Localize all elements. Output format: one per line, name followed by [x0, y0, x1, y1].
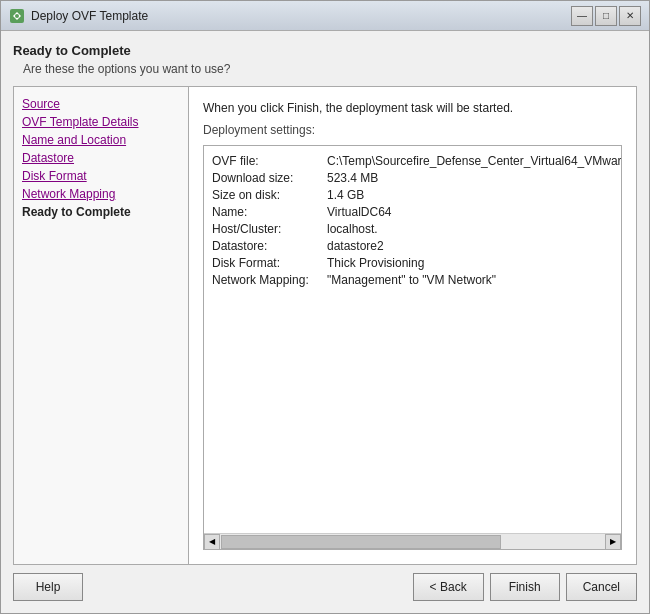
- title-bar-left: Deploy OVF Template: [9, 8, 148, 24]
- window-title: Deploy OVF Template: [31, 9, 148, 23]
- scroll-left-arrow[interactable]: ◀: [204, 534, 220, 550]
- close-button[interactable]: ✕: [619, 6, 641, 26]
- scroll-thumb[interactable]: [221, 535, 501, 549]
- page-subtitle: Are these the options you want to use?: [23, 62, 637, 76]
- deployment-value: 1.4 GB: [327, 188, 364, 202]
- deployment-value: VirtualDC64: [327, 205, 391, 219]
- deployment-value: C:\Temp\Sourcefire_Defense_Center_Virtua…: [327, 154, 622, 168]
- deployment-label: Network Mapping:: [212, 273, 327, 287]
- minimize-button[interactable]: —: [571, 6, 593, 26]
- scroll-track[interactable]: [220, 534, 605, 550]
- svg-point-1: [15, 14, 19, 18]
- maximize-button[interactable]: □: [595, 6, 617, 26]
- page-title: Ready to Complete: [13, 43, 637, 58]
- deployment-label: Download size:: [212, 171, 327, 185]
- main-window: Deploy OVF Template — □ ✕ Ready to Compl…: [0, 0, 650, 614]
- sidebar: Source OVF Template Details Name and Loc…: [14, 87, 189, 564]
- deployment-label: Datastore:: [212, 239, 327, 253]
- deployment-label: Host/Cluster:: [212, 222, 327, 236]
- deployment-label: Disk Format:: [212, 256, 327, 270]
- deployment-value: localhost.: [327, 222, 378, 236]
- table-row: Disk Format:Thick Provisioning: [212, 256, 613, 270]
- table-row: OVF file:C:\Temp\Sourcefire_Defense_Cent…: [212, 154, 613, 168]
- table-row: Size on disk:1.4 GB: [212, 188, 613, 202]
- title-bar-controls: — □ ✕: [571, 6, 641, 26]
- content-area: Ready to Complete Are these the options …: [1, 31, 649, 613]
- deployment-value: datastore2: [327, 239, 384, 253]
- deployment-value: "Management" to "VM Network": [327, 273, 496, 287]
- deployment-label: OVF file:: [212, 154, 327, 168]
- intro-text: When you click Finish, the deployment ta…: [203, 101, 622, 115]
- main-content: When you click Finish, the deployment ta…: [189, 87, 636, 564]
- scroll-right-arrow[interactable]: ▶: [605, 534, 621, 550]
- app-icon: [9, 8, 25, 24]
- cancel-button[interactable]: Cancel: [566, 573, 637, 601]
- deployment-table: OVF file:C:\Temp\Sourcefire_Defense_Cent…: [204, 146, 621, 298]
- footer-left: Help: [13, 573, 83, 601]
- sidebar-item-ready-to-complete: Ready to Complete: [22, 205, 180, 219]
- table-row: Name:VirtualDC64: [212, 205, 613, 219]
- deployment-label: Name:: [212, 205, 327, 219]
- back-button[interactable]: < Back: [413, 573, 484, 601]
- footer: Help < Back Finish Cancel: [13, 565, 637, 601]
- help-button[interactable]: Help: [13, 573, 83, 601]
- footer-right: < Back Finish Cancel: [413, 573, 637, 601]
- sidebar-item-datastore[interactable]: Datastore: [22, 151, 180, 165]
- deployment-label: Size on disk:: [212, 188, 327, 202]
- table-row: Network Mapping:"Management" to "VM Netw…: [212, 273, 613, 287]
- header-section: Ready to Complete Are these the options …: [13, 43, 637, 76]
- deployment-settings-box: OVF file:C:\Temp\Sourcefire_Defense_Cent…: [203, 145, 622, 550]
- table-row: Host/Cluster:localhost.: [212, 222, 613, 236]
- finish-button[interactable]: Finish: [490, 573, 560, 601]
- sidebar-item-source[interactable]: Source: [22, 97, 180, 111]
- deployment-value: 523.4 MB: [327, 171, 378, 185]
- sidebar-item-disk-format[interactable]: Disk Format: [22, 169, 180, 183]
- table-row: Datastore:datastore2: [212, 239, 613, 253]
- deployment-title: Deployment settings:: [203, 123, 622, 137]
- title-bar: Deploy OVF Template — □ ✕: [1, 1, 649, 31]
- table-row: Download size:523.4 MB: [212, 171, 613, 185]
- sidebar-item-ovf-template-details[interactable]: OVF Template Details: [22, 115, 180, 129]
- horizontal-scrollbar[interactable]: ◀ ▶: [204, 533, 621, 549]
- sidebar-item-name-and-location[interactable]: Name and Location: [22, 133, 180, 147]
- sidebar-item-network-mapping[interactable]: Network Mapping: [22, 187, 180, 201]
- main-panel: Source OVF Template Details Name and Loc…: [13, 86, 637, 565]
- deployment-value: Thick Provisioning: [327, 256, 424, 270]
